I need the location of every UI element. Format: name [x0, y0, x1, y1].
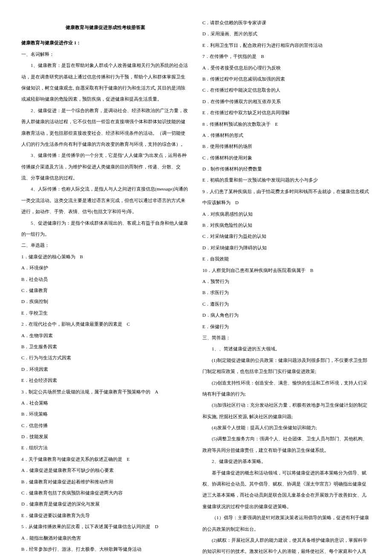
- q3-option-c: C．信息传播: [21, 420, 190, 431]
- q2-option-c: C．行为与生活方式因素: [21, 352, 190, 363]
- q10-option-d: D．病人角色行为: [202, 309, 371, 321]
- q4-stem: 4．关于健康教育与健康促进关系的叙述正确的是 E: [21, 454, 190, 465]
- q7-option-d: D．在传播中传播双方的相互依存关系: [202, 96, 371, 107]
- sa2-intro: 基于健康促进的概念和活动领域，可以将健康促进的基本策略分为倡导、赋权、协调和社会…: [202, 467, 371, 512]
- sa1-title: 1、、简述健康促进的五大领域。: [202, 343, 371, 354]
- q2-option-e: E．社会经济因素: [21, 375, 190, 386]
- q2-option-a: A．生物学因素: [21, 330, 190, 341]
- assignment-heading: 健康教育与健康促进作业 1：: [21, 37, 190, 48]
- q6-option-e: E．利用卫生节日，配合政府行为进行相应内容的宣传活动: [202, 40, 371, 51]
- sa1-item-3: (3)加强社区行动：充分发动社区力量，积极有效地参与卫生保健计划的制定和实施, …: [202, 399, 371, 422]
- q10-option-b: B．求医行为: [202, 287, 371, 298]
- section-2-heading: 二、单选题：: [21, 240, 190, 251]
- q7-option-b: B．传播过程中对信息减弱或加强的因素: [202, 73, 371, 84]
- q4-option-a: A．健康促进是健康教育不可缺少的核心要素: [21, 465, 190, 476]
- q9-option-d: D．对采纳健康行为障碍的认知: [202, 242, 371, 253]
- q9-option-e: E．自我效能: [202, 253, 371, 264]
- q2-stem: 2．在现代社会中，影响人类健康最重要的因素是 C: [21, 318, 190, 330]
- q8-option-a: A．传播材料的形式: [202, 130, 371, 141]
- definition-5: 5、促进健康行为：是指个体或群体表现出的、客观上有益于自身和他人健康的一组行为。: [21, 217, 190, 240]
- sa2-item-2: (2)赋权：开展社区及人群的能力建设，使其具备维护健康的意识，掌握科学的知识和可…: [202, 535, 371, 555]
- q5-stem: 5．从健康传播效果的层次看，以下表述属于健康信念认同的是 D: [21, 521, 190, 532]
- definition-3: 3、健康传播：是传播学的一个分支，它是指"人人健康"为出发点，运用各种传播媒介渠…: [21, 150, 190, 183]
- q1-option-d: D．疾病控制: [21, 296, 190, 307]
- definition-2: 2、健康促进：是一个综合的教育，是调动社会、经济和政治的广泛力量，改善人群健康的…: [21, 105, 190, 150]
- q9-stem: 9．人们患了某种疾病后，由于怕花费太多时间和钱而不去就诊，在健康信念模式中应该解…: [202, 186, 371, 208]
- q5-option-a: A．能指出酗酒对健康的危害: [21, 532, 190, 543]
- q7-option-e: E．在传播过程中双方缺乏对信息共同理解: [202, 107, 371, 118]
- sa1-item-4: (4)发展个人技能：提高人们的卫生保健知识和能力;: [202, 422, 371, 433]
- q8-stem: 8．传播材料预试验的次数取决于 E: [202, 119, 371, 130]
- doc-title: 健康教育与健康促进形成性考核册答案: [21, 22, 190, 33]
- q2-option-b: B．卫生服务因素: [21, 341, 190, 352]
- q2-option-d: D．环境因素: [21, 364, 190, 375]
- q8-option-d: D．制作传播材料的经费数量: [202, 163, 371, 174]
- q10-option-a: A．预警行为: [202, 276, 371, 287]
- q1-option-c: C．健康教育: [21, 285, 190, 296]
- q7-stem: 7．在传播中，干扰指的是 B: [202, 51, 371, 62]
- definition-4: 4、人际传播：也称人际交流，是指人与人之间进行直接信息(message)沟通的一…: [21, 183, 190, 217]
- sa2-item-1: （1）倡导：主要强调的是针对政策决策者运用倡导的策略，促进有利于健康的公共政策的…: [202, 512, 371, 535]
- q3-option-e: E．组织方法: [21, 442, 190, 453]
- q3-option-b: B．环境策略: [21, 408, 190, 419]
- q9-option-b: B．对疾病危险性的认知: [202, 220, 371, 231]
- q9-option-c: C．对采纳健康行为益处的认知: [202, 231, 371, 242]
- q5-option-b: B．经常参加步行、游泳、打太极拳、大秧歌舞等健身活动: [21, 543, 190, 555]
- sa1-item-5: (5)调整卫生服务方向：强调个人、社会团体、卫生人员与部门、其他机构、政府等共同…: [202, 433, 371, 456]
- q10-stem: 10．人察觉到自己患有某种疾病时去医院看病属于 B: [202, 265, 371, 276]
- q3-stem: 3．制定公共场所禁止吸烟的法规，属于健康教育干预策略中的 A: [21, 386, 190, 397]
- q1-stem: 1．健康促进的核心策略为 B: [21, 251, 190, 262]
- q3-option-a: A．社会策略: [21, 397, 190, 408]
- q8-option-b: B．使用传播材料的场所: [202, 141, 371, 152]
- q1-option-e: E．学校卫生: [21, 307, 190, 318]
- sa1-item-1: (1)制定能促进健康的公共政策：健康问题涉及到很多部门，不仅要求卫生部门制定相应…: [202, 355, 371, 377]
- q4-option-b: B．健康教育对健康促进起着维护和推动作用: [21, 476, 190, 487]
- q10-option-e: E．保健行为: [202, 321, 371, 332]
- q4-option-d: D．健康教育是健康促进的深化与发展: [21, 498, 190, 509]
- definition-1: 1、健康教育：是旨在帮助对象人群或个人改善健康相关行为的系统的社会活动，是在调查…: [21, 60, 190, 105]
- q1-option-a: A．环境保护: [21, 262, 190, 273]
- q3-option-d: D．技能发展: [21, 431, 190, 442]
- q1-option-b: B．社会动员: [21, 274, 190, 285]
- q7-option-a: A．受传者接受信息后的心理行为反映: [202, 62, 371, 73]
- section-1-heading: 一、名词解释：: [21, 49, 190, 60]
- sa2-title: 2、健康促进的基本策略。: [202, 456, 371, 467]
- section-3-heading: 三、简答题：: [202, 332, 371, 343]
- q10-option-c: C．遵医行为: [202, 298, 371, 309]
- q8-option-c: C．传播材料的使用对象: [202, 152, 371, 163]
- q6-option-d: D．采用漫画、图片的形式: [202, 28, 371, 39]
- q4-option-c: C．健康教育包括了疾病预防和健康促进两大内容: [21, 487, 190, 498]
- q4-option-e: E．健康促进要以健康教育为先导: [21, 510, 190, 521]
- q7-option-c: C．在传播过程中能决定信息取舍的人: [202, 84, 371, 95]
- q9-option-a: A．对疾病易感性的认知: [202, 208, 371, 220]
- sa1-item-2: (2)创造支持性环境：创造安全、满意、愉快的生活和工作环境，支持人们采纳有利于健…: [202, 377, 371, 400]
- q8-option-e: E．初稿的质量和前一次预试验中发现问题的大小与多少: [202, 174, 371, 185]
- q6-option-c: C．请群众信赖的医学专家讲课: [202, 17, 371, 28]
